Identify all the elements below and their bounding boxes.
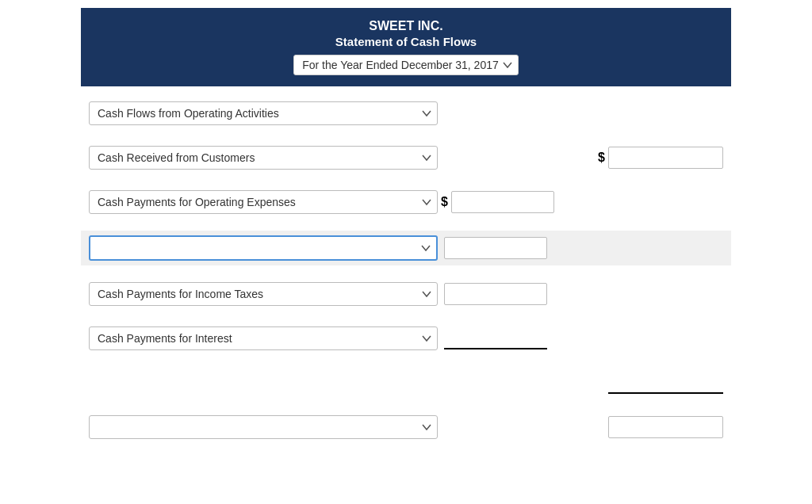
row-interest: Cash Payments for Interest	[89, 323, 723, 354]
statement-title: Statement of Cash Flows	[335, 35, 477, 48]
dollar-sign-2: $	[441, 195, 448, 209]
row-total	[89, 411, 723, 443]
operating-expenses-input[interactable]	[451, 191, 554, 213]
report-header: SWEET INC. Statement of Cash Flows For t…	[81, 8, 731, 86]
page-container: SWEET INC. Statement of Cash Flows For t…	[0, 0, 812, 504]
row-income-taxes: Cash Payments for Income Taxes	[89, 278, 723, 310]
select-total[interactable]	[89, 415, 438, 439]
period-container: For the Year Ended December 31, 2017	[293, 55, 519, 75]
row-empty-highlighted	[81, 231, 731, 265]
income-taxes-input[interactable]	[444, 283, 547, 305]
row-operating-expenses: Cash Payments for Operating Expenses $	[89, 186, 723, 218]
total-right	[608, 416, 723, 438]
select-interest[interactable]: Cash Payments for Interest	[89, 326, 438, 350]
company-name: SWEET INC.	[369, 19, 442, 33]
select-income-taxes[interactable]: Cash Payments for Income Taxes	[89, 282, 438, 306]
subtotal-right	[608, 372, 723, 394]
total-input[interactable]	[608, 416, 723, 438]
row-operating-activities: Cash Flows from Operating Activities	[89, 97, 723, 129]
interest-input[interactable]	[444, 327, 547, 349]
select-cash-received[interactable]: Cash Received from Customers	[89, 146, 438, 170]
select-empty[interactable]	[89, 235, 438, 261]
cash-received-input[interactable]	[608, 147, 723, 169]
subtotal-input[interactable]	[608, 372, 723, 394]
select-operating-expenses[interactable]: Cash Payments for Operating Expenses	[89, 190, 438, 214]
dollar-sign-1: $	[598, 151, 605, 165]
empty-row-input[interactable]	[444, 237, 547, 259]
row-cash-received: Cash Received from Customers $	[89, 142, 723, 174]
form-area: Cash Flows from Operating Activities Cas…	[81, 97, 731, 456]
row-subtotal	[89, 367, 723, 399]
period-select[interactable]: For the Year Ended December 31, 2017	[293, 55, 519, 75]
cash-received-right: $	[595, 147, 723, 169]
select-operating-activities[interactable]: Cash Flows from Operating Activities	[89, 101, 438, 125]
